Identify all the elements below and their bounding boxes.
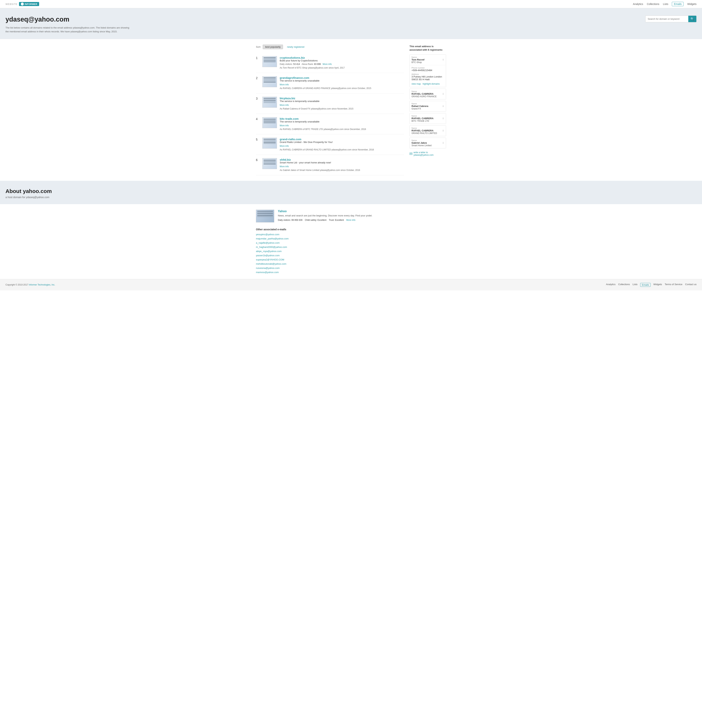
child-safety-value: Excellent	[318, 219, 326, 221]
registrant-header-2[interactable]: Name RAFAEL CABRERA GRAND AGRO FINANCE ⇩	[410, 89, 446, 99]
footer-company-link[interactable]: Informer Technologies, Inc.	[29, 283, 55, 286]
associated-email[interactable]: superpea2@YAHOO.COM	[256, 258, 446, 261]
domain-title-4: The service is temporarily unavailable	[280, 120, 404, 123]
registrant-header-6[interactable]: Name Gabriel Jakes Smart Home Limited ⇩	[410, 138, 446, 148]
domain-link-3[interactable]: btcplaza.biz	[280, 97, 295, 100]
footer-copyright: Copyright © 2010-2017 Informer Technolog…	[6, 283, 55, 286]
view-map-link[interactable]: view map	[412, 82, 421, 85]
domain-desc-4: As RAFAEL CABRERA of BITC TRADE LTD ydas…	[280, 127, 404, 131]
domain-link-5[interactable]: grand-rialto.com	[280, 138, 301, 141]
reg-name-label-5: Name	[412, 127, 437, 129]
reg-name-5: RAFAEL CABRERA	[412, 129, 437, 132]
footer-nav-analytics[interactable]: Analytics	[606, 283, 615, 287]
reg-company-2: GRAND AGRO FINANCE	[412, 95, 436, 98]
associated-email[interactable]: a_najafie@yahoo.com	[256, 241, 446, 244]
more-info-2[interactable]: More info	[280, 83, 289, 86]
nav-widgets[interactable]: Widgets	[687, 3, 696, 6]
registrant-header-3[interactable]: Name Rafael Cabrera Grand FX ⇩	[410, 101, 446, 111]
nav-lists[interactable]: Lists	[663, 3, 668, 6]
nav-analytics[interactable]: Analytics	[633, 3, 643, 6]
footer-nav-terms[interactable]: Terms of Service	[665, 283, 682, 287]
more-info-5[interactable]: More info	[280, 145, 289, 147]
highlight-domains-link[interactable]: highlight domains	[423, 82, 440, 85]
chevron-down-icon-6: ⇩	[442, 142, 444, 144]
more-info-4[interactable]: More info	[280, 124, 289, 127]
footer-nav-collections[interactable]: Collections	[618, 283, 630, 287]
footer-nav-contact[interactable]: Contact us	[685, 283, 696, 287]
domain-item-3: 3 btcplaza.biz The service is temporaril…	[256, 93, 404, 114]
yahoo-section: Yahoo News, email and search are just th…	[250, 204, 452, 279]
registrant-name-area-6: Name Gabriel Jakes Smart Home Limited	[412, 139, 432, 147]
associated-email[interactable]: mehdiboutorabi@yahoo.com	[256, 263, 446, 265]
associated-email[interactable]: abiye_roya@yahoo.com	[256, 250, 446, 253]
chevron-down-icon-5: ⇩	[442, 129, 444, 132]
sort-bar: Sort: best popularity newly registered	[256, 45, 404, 49]
yahoo-link[interactable]: Yahoo	[278, 209, 446, 213]
domain-num-4: 4	[256, 117, 260, 121]
footer-nav-lists[interactable]: Lists	[633, 283, 637, 287]
reg-company-1: BTC-Shop	[412, 61, 425, 64]
nav-collections[interactable]: Collections	[647, 3, 659, 6]
chevron-down-icon-4: ⇩	[442, 117, 444, 120]
reg-phone-field: Phone number +509-44456215484	[412, 67, 444, 72]
search-button[interactable]: 🔍	[688, 16, 696, 22]
sort-newly-registered[interactable]: newly registered	[285, 45, 306, 49]
about-title: About yahoo.com	[6, 188, 696, 194]
domain-link-4[interactable]: bitc-trade.com	[280, 117, 299, 120]
main-nav: Analytics Collections Lists Emails Widge…	[633, 2, 696, 6]
reg-links-1: view map highlight domains	[412, 82, 444, 85]
domain-thumb-3	[262, 97, 277, 108]
associated-email[interactable]: yasser1b@yahoo.com	[256, 254, 446, 257]
domain-info-6: shltd.biz Smart Home Ltd - your smart ho…	[280, 158, 404, 172]
domain-link-1[interactable]: cryptosolutions.biz	[280, 56, 305, 59]
other-emails-title: Other associated e-mails	[256, 228, 446, 231]
registrant-header-1[interactable]: Name Tom Recref BTC-Shop ⇧	[410, 55, 446, 65]
daily-visitors-value: 99 856 639	[292, 219, 302, 221]
page-title: ydaseq@yahoo.com	[6, 16, 130, 23]
phone-value: +509-44456215484	[412, 69, 444, 72]
sort-best-popularity[interactable]: best popularity	[263, 45, 283, 49]
associated-email[interactable]: m_haghani2000@yahoo.com	[256, 246, 446, 248]
domain-desc-2: As RAFAEL CABRERA of GRAND AGRO FINANCE …	[280, 87, 404, 90]
associated-email[interactable]: majumdar_partha@yahoo.com	[256, 237, 446, 240]
daily-visitors-label: Daily visitors:	[278, 219, 291, 221]
reg-name-label-1: Name	[412, 56, 425, 58]
chevron-down-icon-2: ⇩	[442, 92, 444, 95]
about-subtitle: a host domain for ydaseq@yahoo.com	[6, 196, 696, 199]
domain-info-1: cryptosolutions.biz Build your future by…	[280, 56, 404, 69]
write-letter-link[interactable]: ✉ write a letter to ydaseq@yahoo.com	[409, 151, 446, 156]
domain-title-2: The service is temporarily unavailable	[280, 79, 404, 82]
right-column: This email address is associated with 6 …	[409, 45, 446, 175]
domain-title-6: Smart Home Ltd - your smart home already…	[280, 161, 404, 164]
footer-nav-emails[interactable]: Emails	[640, 283, 651, 287]
footer-nav-widgets[interactable]: Widgets	[653, 283, 662, 287]
domain-item-2: 2 grandagrofinance.com The service is te…	[256, 73, 404, 93]
search-box: 🔍	[645, 16, 696, 22]
domain-thumb-1	[262, 56, 277, 67]
reg-name-6: Gabriel Jakes	[412, 142, 432, 144]
domain-link-2[interactable]: grandagrofinance.com	[280, 76, 309, 79]
associated-email[interactable]: yesupinc@yahoo.com	[256, 233, 446, 236]
search-input[interactable]	[646, 16, 688, 22]
write-letter-text: write a letter to ydaseq@yahoo.com	[413, 151, 433, 156]
more-info-6[interactable]: More info	[280, 165, 289, 168]
associated-email[interactable]: rusvesna@yahoo.com	[256, 267, 446, 269]
yahoo-more-info[interactable]: More info	[346, 219, 355, 221]
logo-badge[interactable]: INFORMER	[19, 2, 39, 6]
reg-name-label-3: Name	[412, 103, 428, 105]
main-content: Sort: best popularity newly registered 1…	[250, 39, 452, 181]
registrant-card-3: Name Rafael Cabrera Grand FX ⇩	[409, 101, 446, 112]
nav-emails[interactable]: Emails	[672, 2, 683, 6]
reg-name-3: Rafael Cabrera	[412, 105, 428, 107]
chevron-up-icon-1: ⇧	[442, 58, 444, 61]
more-info-3[interactable]: More info	[280, 104, 289, 106]
footer-nav: Analytics Collections Lists Emails Widge…	[606, 283, 696, 287]
domain-list: 1 cryptosolutions.biz Build your future …	[256, 53, 404, 175]
registrant-header-4[interactable]: Name RAFAEL CABRERA BITC TRADE LTD ⇩	[410, 113, 446, 124]
domain-num-3: 3	[256, 97, 260, 100]
associated-email[interactable]: manivss@yahoo.com	[256, 271, 446, 274]
registrant-header-5[interactable]: Name RAFAEL CABRERA GRAND RIALTO LIMITED…	[410, 126, 446, 136]
domain-link-6[interactable]: shltd.biz	[280, 158, 291, 161]
reg-name-label-4: Name	[412, 115, 433, 117]
more-info-1[interactable]: More info	[323, 63, 332, 65]
